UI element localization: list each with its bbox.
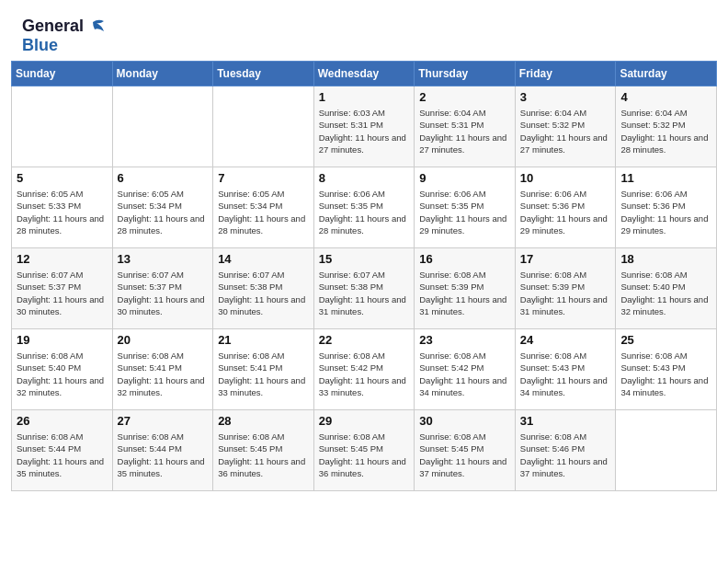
- sunset-text: Sunset: 5:34 PM: [118, 200, 209, 212]
- calendar-cell: 19Sunrise: 6:08 AMSunset: 5:40 PMDayligh…: [12, 329, 113, 410]
- calendar-cell: 29Sunrise: 6:08 AMSunset: 5:45 PMDayligh…: [313, 410, 415, 491]
- daylight-text: Daylight: 11 hours and 30 minutes.: [17, 293, 108, 318]
- sunrise-text: Sunrise: 6:08 AM: [419, 431, 510, 442]
- day-info: Sunrise: 6:08 AMSunset: 5:45 PMDaylight:…: [218, 431, 309, 479]
- day-info: Sunrise: 6:08 AMSunset: 5:42 PMDaylight:…: [319, 350, 410, 398]
- day-info: Sunrise: 6:08 AMSunset: 5:43 PMDaylight:…: [520, 350, 611, 398]
- calendar-week-row: 19Sunrise: 6:08 AMSunset: 5:40 PMDayligh…: [12, 329, 717, 410]
- weekday-header-wednesday: Wednesday: [313, 62, 415, 86]
- day-info: Sunrise: 6:08 AMSunset: 5:41 PMDaylight:…: [218, 350, 309, 398]
- day-info: Sunrise: 6:05 AMSunset: 5:33 PMDaylight:…: [17, 188, 108, 236]
- daylight-text: Daylight: 11 hours and 33 minutes.: [319, 374, 410, 399]
- sunset-text: Sunset: 5:38 PM: [319, 281, 410, 293]
- day-number: 19: [17, 333, 108, 347]
- day-info: Sunrise: 6:07 AMSunset: 5:38 PMDaylight:…: [218, 269, 309, 317]
- sunrise-text: Sunrise: 6:04 AM: [520, 107, 611, 119]
- day-number: 17: [520, 252, 611, 266]
- sunrise-text: Sunrise: 6:08 AM: [17, 350, 108, 362]
- calendar-cell: 28Sunrise: 6:08 AMSunset: 5:45 PMDayligh…: [213, 410, 314, 491]
- day-info: Sunrise: 6:04 AMSunset: 5:32 PMDaylight:…: [520, 107, 611, 155]
- calendar-cell: [12, 86, 113, 167]
- sunrise-text: Sunrise: 6:07 AM: [118, 269, 209, 281]
- weekday-header-monday: Monday: [112, 62, 213, 86]
- sunrise-text: Sunrise: 6:07 AM: [218, 269, 309, 281]
- day-number: 26: [17, 414, 108, 428]
- day-info: Sunrise: 6:08 AMSunset: 5:43 PMDaylight:…: [620, 350, 711, 398]
- sunrise-text: Sunrise: 6:08 AM: [17, 431, 108, 442]
- calendar-container: SundayMondayTuesdayWednesdayThursdayFrid…: [0, 61, 728, 502]
- sunrise-text: Sunrise: 6:08 AM: [620, 350, 711, 362]
- day-info: Sunrise: 6:08 AMSunset: 5:46 PMDaylight:…: [520, 431, 611, 479]
- day-number: 24: [520, 333, 611, 347]
- daylight-text: Daylight: 11 hours and 31 minutes.: [520, 293, 611, 318]
- logo-blue: Blue: [22, 36, 58, 55]
- sunset-text: Sunset: 5:43 PM: [520, 362, 611, 373]
- daylight-text: Daylight: 11 hours and 32 minutes.: [17, 374, 108, 399]
- day-number: 23: [419, 333, 510, 347]
- sunset-text: Sunset: 5:46 PM: [520, 442, 611, 454]
- sunrise-text: Sunrise: 6:08 AM: [520, 269, 611, 281]
- sunrise-text: Sunrise: 6:08 AM: [520, 350, 611, 362]
- calendar-cell: 9Sunrise: 6:06 AMSunset: 5:35 PMDaylight…: [415, 167, 516, 248]
- calendar-cell: 8Sunrise: 6:06 AMSunset: 5:35 PMDaylight…: [313, 167, 415, 248]
- calendar-cell: 22Sunrise: 6:08 AMSunset: 5:42 PMDayligh…: [313, 329, 415, 410]
- sunset-text: Sunset: 5:37 PM: [118, 281, 209, 293]
- calendar-cell: [616, 410, 717, 491]
- weekday-header-friday: Friday: [515, 62, 616, 86]
- daylight-text: Daylight: 11 hours and 35 minutes.: [118, 455, 209, 480]
- calendar-cell: 4Sunrise: 6:04 AMSunset: 5:32 PMDaylight…: [616, 86, 717, 167]
- day-info: Sunrise: 6:08 AMSunset: 5:40 PMDaylight:…: [17, 350, 108, 398]
- weekday-header-thursday: Thursday: [415, 62, 516, 86]
- day-number: 7: [218, 171, 309, 185]
- sunrise-text: Sunrise: 6:05 AM: [218, 188, 309, 200]
- sunrise-text: Sunrise: 6:06 AM: [419, 188, 510, 200]
- daylight-text: Daylight: 11 hours and 30 minutes.: [118, 293, 209, 318]
- sunrise-text: Sunrise: 6:07 AM: [17, 269, 108, 281]
- daylight-text: Daylight: 11 hours and 34 minutes.: [419, 374, 510, 399]
- day-info: Sunrise: 6:06 AMSunset: 5:35 PMDaylight:…: [419, 188, 510, 236]
- daylight-text: Daylight: 11 hours and 35 minutes.: [17, 455, 108, 480]
- calendar-cell: 18Sunrise: 6:08 AMSunset: 5:40 PMDayligh…: [616, 248, 717, 329]
- calendar-cell: 3Sunrise: 6:04 AMSunset: 5:32 PMDaylight…: [515, 86, 616, 167]
- calendar-cell: 23Sunrise: 6:08 AMSunset: 5:42 PMDayligh…: [415, 329, 516, 410]
- day-info: Sunrise: 6:05 AMSunset: 5:34 PMDaylight:…: [118, 188, 209, 236]
- sunrise-text: Sunrise: 6:06 AM: [620, 188, 711, 200]
- daylight-text: Daylight: 11 hours and 36 minutes.: [218, 455, 309, 480]
- daylight-text: Daylight: 11 hours and 29 minutes.: [520, 213, 611, 237]
- sunset-text: Sunset: 5:33 PM: [17, 200, 108, 212]
- calendar-week-row: 1Sunrise: 6:03 AMSunset: 5:31 PMDaylight…: [12, 86, 717, 167]
- sunset-text: Sunset: 5:44 PM: [17, 442, 108, 454]
- logo-general: General: [22, 17, 84, 36]
- logo: General Blue: [22, 17, 106, 55]
- daylight-text: Daylight: 11 hours and 27 minutes.: [419, 132, 510, 156]
- day-number: 16: [419, 252, 510, 266]
- sunrise-text: Sunrise: 6:08 AM: [419, 269, 510, 281]
- calendar-cell: 11Sunrise: 6:06 AMSunset: 5:36 PMDayligh…: [616, 167, 717, 248]
- sunset-text: Sunset: 5:32 PM: [520, 119, 611, 131]
- calendar-cell: 21Sunrise: 6:08 AMSunset: 5:41 PMDayligh…: [213, 329, 314, 410]
- calendar-cell: 14Sunrise: 6:07 AMSunset: 5:38 PMDayligh…: [213, 248, 314, 329]
- day-number: 14: [218, 252, 309, 266]
- sunrise-text: Sunrise: 6:04 AM: [620, 107, 711, 119]
- daylight-text: Daylight: 11 hours and 37 minutes.: [520, 455, 611, 480]
- sunset-text: Sunset: 5:36 PM: [620, 200, 711, 212]
- calendar-cell: 20Sunrise: 6:08 AMSunset: 5:41 PMDayligh…: [112, 329, 213, 410]
- daylight-text: Daylight: 11 hours and 27 minutes.: [520, 132, 611, 156]
- sunrise-text: Sunrise: 6:08 AM: [218, 350, 309, 362]
- day-info: Sunrise: 6:05 AMSunset: 5:34 PMDaylight:…: [218, 188, 309, 236]
- calendar-week-row: 12Sunrise: 6:07 AMSunset: 5:37 PMDayligh…: [12, 248, 717, 329]
- day-info: Sunrise: 6:08 AMSunset: 5:44 PMDaylight:…: [118, 431, 209, 479]
- daylight-text: Daylight: 11 hours and 28 minutes.: [118, 213, 209, 237]
- sunset-text: Sunset: 5:42 PM: [419, 362, 510, 373]
- daylight-text: Daylight: 11 hours and 37 minutes.: [419, 455, 510, 480]
- daylight-text: Daylight: 11 hours and 28 minutes.: [17, 213, 108, 237]
- day-info: Sunrise: 6:08 AMSunset: 5:45 PMDaylight:…: [319, 431, 410, 479]
- day-info: Sunrise: 6:08 AMSunset: 5:40 PMDaylight:…: [620, 269, 711, 317]
- calendar-cell: 5Sunrise: 6:05 AMSunset: 5:33 PMDaylight…: [12, 167, 113, 248]
- daylight-text: Daylight: 11 hours and 30 minutes.: [218, 293, 309, 318]
- calendar-cell: 26Sunrise: 6:08 AMSunset: 5:44 PMDayligh…: [12, 410, 113, 491]
- calendar-cell: [112, 86, 213, 167]
- calendar-cell: 12Sunrise: 6:07 AMSunset: 5:37 PMDayligh…: [12, 248, 113, 329]
- sunset-text: Sunset: 5:45 PM: [319, 442, 410, 454]
- day-info: Sunrise: 6:08 AMSunset: 5:39 PMDaylight:…: [419, 269, 510, 317]
